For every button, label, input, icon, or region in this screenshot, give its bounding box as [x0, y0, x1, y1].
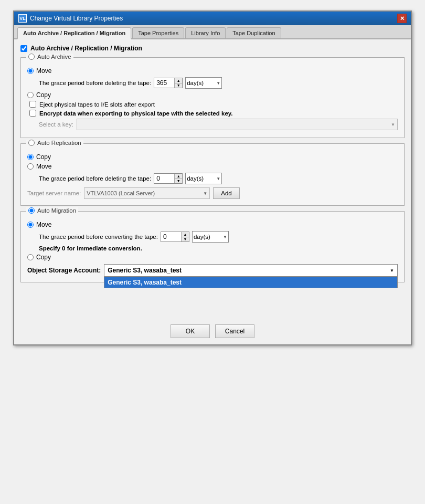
- migration-grace-label: The grace period before converting the t…: [39, 234, 158, 240]
- auto-replication-radio[interactable]: [28, 140, 35, 146]
- migration-move-label: Move: [36, 221, 51, 228]
- replication-grace-label: The grace period before deleting the tap…: [39, 175, 151, 182]
- target-server-row: Target server name: VTLVA1003 (Local Ser…: [27, 187, 398, 199]
- storage-dropdown: Generic S3, wasaba_test: [104, 277, 398, 288]
- auto-archive-copy-radio[interactable]: [27, 92, 34, 98]
- replication-grace-spinner[interactable]: ▲ ▼: [154, 173, 183, 184]
- auto-archive-unit-arrow: ▼: [216, 81, 220, 86]
- storage-select-value: Generic S3, wasaba_test: [108, 267, 182, 274]
- auto-replication-section: Auto Replication Copy Move The grace per…: [20, 143, 405, 206]
- auto-archive-unit-select[interactable]: day(s) ▼: [185, 77, 222, 89]
- footer-buttons: OK Cancel: [14, 319, 411, 344]
- target-server-label: Target server name:: [27, 190, 81, 196]
- migration-grace-period-row: The grace period before converting the t…: [39, 231, 398, 243]
- replication-move-label: Move: [36, 163, 51, 170]
- auto-archive-radio[interactable]: [28, 54, 35, 60]
- replication-copy-radio[interactable]: [27, 154, 34, 160]
- auto-archive-move-radio[interactable]: [27, 68, 34, 74]
- migration-grace-input[interactable]: [161, 232, 181, 242]
- auto-migration-radio[interactable]: [28, 207, 35, 214]
- auto-migration-section: Auto Migration Move The grace period bef…: [20, 211, 405, 282]
- key-select-row: Select a key: ▼: [39, 119, 398, 130]
- auto-archive-spinner-down[interactable]: ▼: [175, 83, 182, 88]
- migration-spinner-down[interactable]: ▼: [182, 237, 189, 242]
- migration-spinner-buttons: ▲ ▼: [181, 232, 189, 242]
- storage-dropdown-item-0[interactable]: Generic S3, wasaba_test: [104, 277, 397, 288]
- encrypt-checkbox-row: Encrypt data when exporting to physical …: [29, 110, 398, 117]
- auto-archive-spinner-buttons: ▲ ▼: [174, 78, 182, 88]
- auto-archive-unit-value: day(s): [187, 80, 204, 86]
- storage-select-container: Generic S3, wasaba_test ▼ Generic S3, wa…: [104, 264, 398, 277]
- tab-tape-duplication[interactable]: Tape Duplication: [227, 27, 281, 38]
- replication-spinner-down[interactable]: ▼: [175, 179, 182, 184]
- auto-archive-grace-spinner[interactable]: ▲ ▼: [154, 78, 183, 88]
- migration-move-option: Move: [27, 221, 398, 228]
- cancel-button[interactable]: Cancel: [215, 324, 254, 338]
- eject-label: Eject physical tapes to I/E slots after …: [39, 101, 155, 108]
- tab-auto-archive[interactable]: Auto Archive / Replication / Migration: [17, 27, 131, 39]
- migration-unit-arrow: ▼: [223, 235, 227, 239]
- key-select-arrow: ▼: [391, 122, 395, 127]
- replication-grace-input[interactable]: [154, 174, 174, 183]
- migration-copy-option: Copy: [27, 254, 398, 261]
- object-storage-row: Object Storage Account: Generic S3, wasa…: [27, 264, 398, 277]
- auto-archive-content: Move The grace period before deleting th…: [27, 67, 398, 130]
- eject-checkbox-row: Eject physical tapes to I/E slots after …: [29, 101, 398, 108]
- auto-archive-move-option: Move: [27, 67, 398, 75]
- migration-unit-select[interactable]: day(s) ▼: [192, 231, 229, 243]
- key-select-label: Select a key:: [39, 121, 73, 128]
- tab-bar: Auto Archive / Replication / Migration T…: [14, 25, 411, 39]
- migration-grace-spinner[interactable]: ▲ ▼: [161, 232, 189, 242]
- auto-archive-section: Auto Archive Move The grace period befor…: [20, 57, 405, 138]
- auto-replication-content: Copy Move The grace period before deleti…: [27, 153, 398, 199]
- add-server-button[interactable]: Add: [213, 187, 239, 199]
- migration-spinner-up[interactable]: ▲: [182, 232, 189, 237]
- titlebar: VL Change Virtual Library Properties ✕: [14, 12, 411, 25]
- auto-migration-content: Move The grace period before converting …: [27, 221, 398, 277]
- tab-tape-properties[interactable]: Tape Properties: [132, 27, 184, 38]
- auto-archive-spinner-up[interactable]: ▲: [175, 78, 182, 83]
- eject-checkbox[interactable]: [29, 101, 36, 108]
- auto-archive-copy-option: Copy: [27, 91, 398, 99]
- main-feature-label: Auto Archive / Replication / Migration: [30, 45, 142, 52]
- titlebar-left: VL Change Virtual Library Properties: [18, 14, 123, 23]
- migration-move-radio[interactable]: [27, 222, 34, 228]
- main-feature-checkbox[interactable]: [20, 45, 27, 52]
- replication-spinner-up[interactable]: ▲: [175, 174, 182, 179]
- auto-archive-label: Auto Archive: [26, 54, 73, 60]
- target-server-value: VTLVA1003 (Local Server): [87, 190, 155, 196]
- target-server-arrow: ▼: [203, 191, 207, 196]
- migration-unit-value: day(s): [194, 234, 210, 240]
- encrypt-label: Encrypt data when exporting to physical …: [39, 110, 233, 117]
- tab-content: Auto Archive / Replication / Migration A…: [14, 39, 411, 288]
- window-title: Change Virtual Library Properties: [30, 15, 123, 22]
- encrypt-checkbox[interactable]: [29, 110, 36, 117]
- replication-unit-arrow: ▼: [216, 176, 220, 181]
- auto-archive-copy-label: Copy: [36, 91, 51, 99]
- replication-grace-period-row: The grace period before deleting the tap…: [39, 173, 398, 184]
- auto-archive-grace-input[interactable]: [154, 78, 174, 88]
- tab-library-info[interactable]: Library Info: [185, 27, 226, 38]
- replication-move-option: Move: [27, 163, 398, 170]
- main-feature-checkbox-row: Auto Archive / Replication / Migration: [20, 45, 405, 52]
- replication-unit-select[interactable]: day(s) ▼: [185, 173, 222, 184]
- close-button[interactable]: ✕: [397, 14, 407, 23]
- replication-move-radio[interactable]: [27, 163, 34, 170]
- storage-select-arrow: ▼: [390, 268, 394, 273]
- key-select-dropdown[interactable]: ▼: [77, 119, 398, 130]
- replication-spinner-buttons: ▲ ▼: [174, 174, 182, 183]
- auto-archive-grace-label: The grace period before deleting the tap…: [39, 80, 151, 86]
- storage-select-box[interactable]: Generic S3, wasaba_test ▼: [104, 264, 398, 277]
- main-window: VL Change Virtual Library Properties ✕ A…: [13, 10, 412, 345]
- migration-copy-label: Copy: [36, 254, 51, 261]
- ok-button[interactable]: OK: [171, 324, 210, 338]
- auto-archive-grace-period-row: The grace period before deleting the tap…: [39, 77, 398, 89]
- migration-copy-radio[interactable]: [27, 254, 34, 260]
- object-storage-label: Object Storage Account:: [27, 267, 101, 274]
- replication-unit-value: day(s): [187, 175, 204, 182]
- target-server-select[interactable]: VTLVA1003 (Local Server) ▼: [84, 187, 210, 199]
- auto-archive-move-label: Move: [36, 67, 51, 75]
- specify-note: Specify 0 for immediate conversion.: [39, 245, 398, 251]
- auto-replication-label: Auto Replication: [26, 140, 83, 146]
- replication-copy-option: Copy: [27, 153, 398, 161]
